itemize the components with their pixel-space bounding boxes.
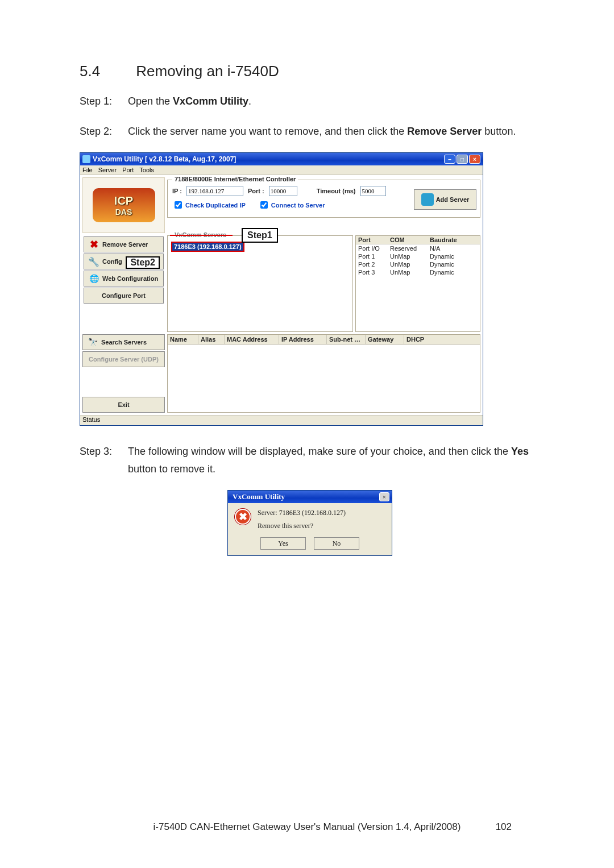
section-title: Removing an i-7540D [136, 63, 279, 80]
step1-callout: Step1 [242, 228, 278, 243]
port-label: Port : [248, 188, 264, 194]
menu-file[interactable]: File [82, 167, 93, 173]
connect-to-server-box[interactable] [260, 201, 268, 209]
port-cell: Dynamic [428, 252, 480, 260]
connect-to-server-label: Connect to Server [271, 202, 325, 209]
search-col-mac[interactable]: MAC Address [225, 335, 279, 344]
step3-text-c: button to remove it. [128, 463, 215, 475]
configure-server-udp-button: Configure Server (UDP) [82, 351, 165, 367]
icpdas-logo: ICP DAS [93, 188, 155, 222]
search-servers-label: Search Servers [101, 339, 147, 346]
dialog-message-line2: Remove this server? [258, 522, 346, 530]
globe-icon: 🌐 [89, 273, 99, 284]
step1-text-c: . [248, 95, 251, 107]
document-page: 5.4 Removing an i-7540D Step 1: Open the… [0, 0, 614, 868]
web-configuration-button[interactable]: 🌐 Web Configuration [84, 271, 164, 286]
binoculars-icon: 🔭 [88, 337, 98, 347]
configure-port-label: Configure Port [102, 292, 146, 299]
dialog-no-button[interactable]: No [314, 537, 359, 550]
dialog-close-button[interactable]: × [379, 492, 389, 501]
step2-label: Step 2: [80, 123, 125, 140]
error-icon: ✖ [235, 509, 251, 525]
search-col-dhcp[interactable]: DHCP [404, 335, 480, 344]
search-col-alias[interactable]: Alias [198, 335, 225, 344]
search-col-subnet[interactable]: Sub-net … [327, 335, 366, 344]
configure-port-button[interactable]: Configure Port [84, 288, 164, 304]
step1-bold: VxComm Utility [173, 95, 248, 107]
logo-text-top: ICP [114, 194, 133, 207]
port-row[interactable]: Port 3 UnMap Dynamic [356, 268, 480, 276]
port-cell: Dynamic [428, 260, 480, 268]
port-row[interactable]: Port 1 UnMap Dynamic [356, 252, 480, 260]
port-cell: Dynamic [428, 268, 480, 276]
remove-server-label: Remove Server [102, 241, 148, 248]
check-duplicated-ip[interactable]: Check Duplicated IP [172, 200, 246, 210]
window-title: VxComm Utility [ v2.8.12 Beta, Aug.17, 2… [93, 155, 236, 163]
port-row[interactable]: Port 2 UnMap Dynamic [356, 260, 480, 268]
add-server-button[interactable]: Add Server [414, 189, 476, 210]
port-cell: UnMap [388, 260, 428, 268]
remove-icon: ✖ [89, 239, 99, 250]
menu-server[interactable]: Server [98, 167, 117, 173]
menu-port[interactable]: Port [122, 167, 134, 173]
step1-paragraph: Step 1: Open the VxComm Utility. [80, 93, 540, 110]
dialog-yes-button[interactable]: Yes [260, 537, 306, 550]
step1-text-a: Open the [128, 95, 173, 107]
port-cell: Port 1 [356, 252, 388, 260]
confirm-dialog: VxComm Utility × ✖ Server: 7186E3 (192.1… [227, 490, 392, 556]
page-footer: i-7540D CAN-Ethernet Gateway User's Manu… [0, 821, 614, 833]
search-col-gateway[interactable]: Gateway [366, 335, 404, 344]
footer-text: i-7540D CAN-Ethernet Gateway User's Manu… [154, 821, 461, 832]
port-input[interactable] [269, 186, 297, 196]
check-duplicated-ip-box[interactable] [175, 201, 182, 209]
ip-input[interactable] [186, 186, 243, 196]
timeout-label: Timeout (ms) [317, 188, 356, 194]
window-titlebar[interactable]: VxComm Utility [ v2.8.12 Beta, Aug.17, 2… [80, 153, 483, 165]
close-button[interactable]: × [469, 155, 480, 164]
step3-paragraph: Step 3: The following window will be dis… [80, 443, 540, 477]
exit-button[interactable]: Exit [82, 397, 165, 413]
port-row[interactable]: Port I/O Reserved N/A [356, 244, 480, 252]
window-client: ICP DAS 7188E/8000E Internet/Ethernet Co… [80, 175, 483, 415]
connect-to-server[interactable]: Connect to Server [258, 200, 325, 210]
add-server-label: Add Server [436, 196, 470, 203]
step2-text-c: button. [482, 126, 516, 137]
server-list-item[interactable]: 7186E3 (192.168.0.127) [171, 242, 244, 252]
ports-col-com[interactable]: COM [388, 236, 428, 244]
port-cell: UnMap [388, 268, 428, 276]
logo-text-bot: DAS [115, 207, 132, 217]
search-results-body[interactable] [167, 344, 480, 413]
add-server-icon [421, 193, 434, 206]
ports-table: Port COM Baudrate Port I/O Reserved N/A … [355, 235, 480, 332]
search-col-name[interactable]: Name [168, 335, 198, 344]
port-cell: Reserved [388, 244, 428, 252]
minimize-button[interactable]: – [444, 155, 455, 164]
vxcomm-servers-group: VxComm Servers Step1 7186E3 (192.168.0.1… [167, 235, 353, 332]
ports-col-port[interactable]: Port [356, 236, 388, 244]
app-icon [82, 155, 90, 163]
search-col-ip[interactable]: IP Address [279, 335, 327, 344]
remove-server-button[interactable]: ✖ Remove Server [84, 236, 164, 252]
configure-server-udp-label: Configure Server (UDP) [89, 356, 159, 363]
dialog-title: VxComm Utility [233, 492, 285, 501]
menu-bar[interactable]: File Server Port Tools [80, 165, 483, 175]
check-duplicated-ip-label: Check Duplicated IP [185, 202, 246, 209]
search-servers-button[interactable]: 🔭 Search Servers [82, 334, 165, 350]
web-configuration-label: Web Configuration [102, 275, 158, 282]
page-number: 102 [496, 821, 512, 833]
status-bar: Status [80, 415, 483, 425]
configure-server-label: Config [102, 258, 122, 265]
maximize-button[interactable]: □ [457, 155, 468, 164]
ports-col-baud[interactable]: Baudrate [428, 236, 480, 244]
step2-bold: Remove Server [407, 126, 482, 137]
wrench-icon: 🔧 [89, 256, 99, 267]
timeout-input[interactable] [360, 186, 386, 196]
controller-group-title: 7188E/8000E Internet/Ethernet Controller [172, 176, 298, 182]
port-cell: Port 2 [356, 260, 388, 268]
menu-tools[interactable]: Tools [139, 167, 154, 173]
configure-server-button[interactable]: 🔧 Config Step2 [84, 254, 164, 269]
section-heading: 5.4 Removing an i-7540D [80, 63, 540, 80]
dialog-message-line1: Server: 7186E3 (192.168.0.127) [258, 509, 346, 517]
logo-panel: ICP DAS [82, 177, 165, 233]
step3-bold: Yes [511, 446, 529, 457]
